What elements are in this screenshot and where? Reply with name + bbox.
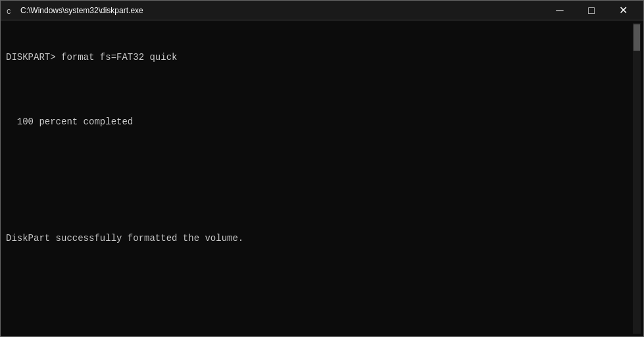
scroll-thumb[interactable] [633, 24, 640, 51]
scrollbar[interactable] [633, 23, 641, 334]
console-area: DISKPART> format fs=FAT32 quick 100 perc… [1, 20, 643, 336]
window: C C:\Windows\system32\diskpart.exe ─ □ ✕… [0, 0, 644, 337]
console-line-2: 100 percent completed [6, 116, 628, 129]
minimize-button[interactable]: ─ [545, 1, 575, 20]
window-title: C:\Windows\system32\diskpart.exe [20, 6, 143, 15]
maximize-button[interactable]: □ [576, 1, 607, 20]
console-line-1: DISKPART> format fs=FAT32 quick [6, 51, 628, 65]
window-controls: ─ □ ✕ [545, 1, 638, 20]
title-bar: C C:\Windows\system32\diskpart.exe ─ □ ✕ [1, 1, 643, 20]
console-output[interactable]: DISKPART> format fs=FAT32 quick 100 perc… [1, 23, 633, 334]
console-line-4: DiskPart successfully formatted the volu… [6, 232, 628, 246]
close-button[interactable]: ✕ [608, 1, 638, 20]
svg-text:C: C [7, 8, 11, 16]
title-bar-left: C C:\Windows\system32\diskpart.exe [6, 5, 143, 16]
cmd-icon: C [6, 5, 16, 16]
